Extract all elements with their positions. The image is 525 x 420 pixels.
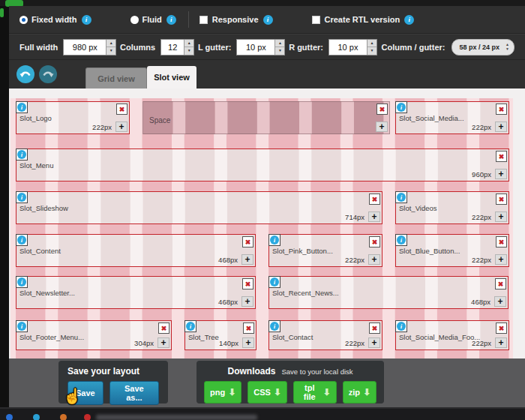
resize-handle-icon[interactable]: + <box>495 212 507 222</box>
download-zip-button[interactable]: zip⬇ <box>343 381 376 404</box>
r-gutter-input[interactable]: 10 px ▲▼ <box>328 39 377 56</box>
resize-handle-icon[interactable]: + <box>376 122 388 132</box>
info-icon[interactable]: i <box>268 320 280 332</box>
info-icon[interactable]: i <box>16 191 28 203</box>
delete-icon[interactable]: ✖ <box>495 278 506 290</box>
info-icon[interactable]: i <box>268 234 280 246</box>
delete-icon[interactable]: ✖ <box>369 194 380 205</box>
slot-block[interactable]: iSlot_Logo✖222px+ <box>16 101 130 134</box>
slot-block[interactable]: iSlot_Pink_Button...✖222px+ <box>268 234 382 267</box>
slot-block[interactable]: iSlot_Social_Media...✖222px+ <box>395 101 509 134</box>
stepper-icon[interactable]: ▲▼ <box>106 40 116 55</box>
slot-width: 222px <box>472 339 491 347</box>
info-icon[interactable]: i <box>395 101 407 113</box>
undo-button[interactable] <box>16 65 34 83</box>
tab-slot-view[interactable]: Slot view <box>147 66 196 88</box>
slot-block[interactable]: iSlot_Videos✖222px+ <box>395 191 509 224</box>
delete-icon[interactable]: ✖ <box>496 236 507 248</box>
info-icon[interactable]: i <box>16 320 28 332</box>
full-width-input[interactable]: 980 px ▲▼ <box>63 39 116 56</box>
stepper-icon[interactable]: ▲▼ <box>274 40 284 55</box>
info-icon[interactable]: i <box>404 15 414 25</box>
delete-icon[interactable]: ✖ <box>116 104 128 115</box>
info-icon[interactable]: i <box>16 276 28 288</box>
stepper-icon[interactable]: ▲▼ <box>184 40 194 55</box>
slot-block[interactable]: iSlot_Newsletter...✖468px+ <box>16 276 256 309</box>
delete-icon[interactable]: ✖ <box>242 236 254 248</box>
slot-block[interactable]: iSlot_Content✖468px+ <box>16 234 256 267</box>
responsive-checkbox[interactable] <box>200 16 208 24</box>
info-icon[interactable]: i <box>184 320 196 332</box>
full-width-label: Full width <box>20 43 58 52</box>
resize-handle-icon[interactable]: + <box>242 254 254 265</box>
download-arrow-icon: ⬇ <box>274 388 281 397</box>
slot-block[interactable]: iSlot_Slideshow✖714px+ <box>16 191 382 224</box>
slot-name: Slot_Social_Media... <box>399 114 464 122</box>
info-icon[interactable]: i <box>16 148 28 160</box>
resize-handle-icon[interactable]: + <box>116 122 128 132</box>
tab-grid-view[interactable]: Grid view <box>86 68 147 88</box>
resize-handle-icon[interactable]: + <box>495 338 507 348</box>
download-tpl-file-button[interactable]: tpl file⬇ <box>293 381 337 404</box>
columns-input[interactable]: 12 ▲▼ <box>160 39 194 56</box>
delete-icon[interactable]: ✖ <box>242 278 254 290</box>
download-png-button[interactable]: png⬇ <box>204 381 242 404</box>
info-icon[interactable]: i <box>395 234 407 246</box>
space-block[interactable]: Space✖+ <box>142 101 390 134</box>
fixed-width-radio[interactable] <box>20 16 28 24</box>
info-icon[interactable]: i <box>268 276 280 288</box>
slot-block[interactable]: iSlot_Tree✖140px+ <box>184 320 256 350</box>
info-icon[interactable]: i <box>16 234 28 246</box>
resize-handle-icon[interactable]: + <box>495 254 507 265</box>
slot-canvas[interactable]: iSlot_Logo✖222px+Space✖+iSlot_Social_Med… <box>10 98 513 358</box>
save-as-button[interactable]: Save as... <box>110 381 159 405</box>
save-button[interactable]: Save <box>68 381 104 405</box>
resize-handle-icon[interactable]: + <box>242 296 254 307</box>
slot-name: Slot_Social_Media_Foo... <box>399 333 480 341</box>
browser-status-bar <box>0 407 525 420</box>
delete-icon[interactable]: ✖ <box>496 194 507 205</box>
resize-handle-icon[interactable]: + <box>494 296 506 307</box>
delete-icon[interactable]: ✖ <box>243 322 254 334</box>
delete-icon[interactable]: ✖ <box>496 151 507 162</box>
delete-icon[interactable]: ✖ <box>369 322 380 334</box>
resize-handle-icon[interactable]: + <box>368 254 380 265</box>
slot-block[interactable]: iSlot_Blue_Button...✖222px+ <box>395 234 509 267</box>
info-icon[interactable]: i <box>395 320 407 332</box>
slot-block[interactable]: iSlot_Recent_News...✖468px+ <box>268 276 508 309</box>
download-css-button[interactable]: CSS⬇ <box>248 381 287 404</box>
save-layout-panel: Save your layout Save Save as... <box>58 361 168 404</box>
resize-handle-icon[interactable]: + <box>495 169 507 179</box>
footer-bar: Save your layout Save Save as... Downloa… <box>9 358 525 407</box>
info-icon[interactable]: i <box>166 15 176 25</box>
redo-arrow-icon <box>42 69 54 80</box>
resize-handle-icon[interactable]: + <box>242 338 254 348</box>
resize-handle-icon[interactable]: + <box>158 338 170 348</box>
stepper-icon[interactable]: ▲▼ <box>506 43 509 51</box>
slot-block[interactable]: iSlot_Footer_Menu...✖304px+ <box>16 320 172 350</box>
info-icon[interactable]: i <box>395 191 407 203</box>
info-icon[interactable]: i <box>82 15 92 25</box>
delete-icon[interactable]: ✖ <box>376 104 388 115</box>
resize-handle-icon[interactable]: + <box>495 122 507 132</box>
stepper-icon[interactable]: ▲▼ <box>367 40 376 55</box>
rtl-checkbox[interactable] <box>312 16 320 24</box>
info-icon[interactable]: i <box>16 101 28 113</box>
slot-width: 468px <box>218 256 238 264</box>
slot-block[interactable]: iSlot_Menu✖960px+ <box>16 148 509 182</box>
redo-button[interactable] <box>39 65 57 83</box>
resize-handle-icon[interactable]: + <box>368 212 380 222</box>
delete-icon[interactable]: ✖ <box>158 322 170 334</box>
slot-block[interactable]: iSlot_Social_Media_Foo...✖222px+ <box>395 320 509 350</box>
delete-icon[interactable]: ✖ <box>369 236 380 248</box>
column-gutter-select[interactable]: 58 px / 24 px ▲▼ <box>452 39 514 56</box>
resize-handle-icon[interactable]: + <box>368 338 380 348</box>
mode-toolbar: Fixed width i Fluid i Responsive i Creat… <box>9 6 525 34</box>
fixed-width-label: Fixed width <box>32 15 77 24</box>
info-icon[interactable]: i <box>263 15 273 25</box>
fluid-radio[interactable] <box>130 16 139 24</box>
l-gutter-input[interactable]: 10 px ▲▼ <box>236 39 285 56</box>
delete-icon[interactable]: ✖ <box>496 322 507 334</box>
delete-icon[interactable]: ✖ <box>496 104 507 115</box>
slot-block[interactable]: iSlot_Contact✖222px+ <box>268 320 382 350</box>
